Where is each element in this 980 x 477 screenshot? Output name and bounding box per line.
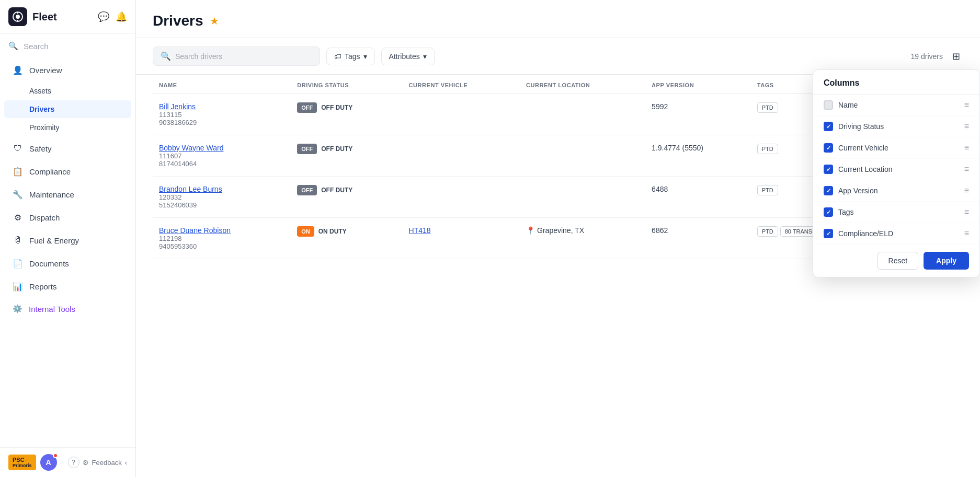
- drivers-label: Drivers: [29, 105, 54, 113]
- sidebar-item-drivers[interactable]: Drivers: [4, 100, 131, 118]
- column-item-tags: Tags ≡: [813, 202, 979, 223]
- column-checkbox-app-version[interactable]: [824, 186, 833, 195]
- internal-tools-label: Internal Tools: [29, 305, 75, 313]
- columns-toggle-button[interactable]: ⊞: [949, 48, 963, 65]
- tags-chevron-icon: ▾: [363, 52, 367, 61]
- driver-phone: 9038186629: [159, 119, 284, 126]
- column-item-current-vehicle: Current Vehicle ≡: [813, 137, 979, 159]
- column-checkbox-current-vehicle[interactable]: [824, 143, 833, 153]
- svg-point-1: [16, 15, 20, 19]
- tag-badge[interactable]: PTD: [757, 144, 778, 154]
- drag-handle-app-version[interactable]: ≡: [964, 186, 969, 195]
- tag-badge[interactable]: PTD: [757, 102, 778, 113]
- reset-button[interactable]: Reset: [878, 252, 919, 270]
- tags-label: Tags: [345, 52, 360, 61]
- columns-popup: Columns Name ≡ Driving Status ≡ Current: [813, 69, 980, 277]
- feedback-label[interactable]: Feedback: [92, 459, 122, 467]
- cell-driving-status: OFF OFF DUTY: [291, 177, 402, 218]
- reports-icon: 📊: [13, 281, 23, 292]
- drag-handle-tags[interactable]: ≡: [964, 207, 969, 217]
- apply-button[interactable]: Apply: [924, 252, 969, 270]
- sidebar-item-maintenance[interactable]: 🔧 Maintenance: [4, 183, 131, 205]
- driver-name-link[interactable]: Brandon Lee Burns: [159, 185, 284, 193]
- compliance-label: Compliance: [29, 167, 71, 176]
- sidebar-item-proximity[interactable]: Proximity: [4, 119, 131, 136]
- brand-name: Fleet: [32, 11, 57, 23]
- vehicle-link[interactable]: HT418: [409, 226, 431, 235]
- help-icon[interactable]: ?: [68, 457, 79, 468]
- drag-handle-compliance[interactable]: ≡: [964, 229, 969, 238]
- cell-driving-status: OFF OFF DUTY: [291, 135, 402, 177]
- internal-tools-icon: ⚙️: [13, 304, 22, 313]
- tag-badge[interactable]: PTD: [757, 185, 778, 195]
- search-wrapper[interactable]: 🔍: [153, 46, 320, 66]
- column-item-compliance: Compliance/ELD ≡: [813, 223, 979, 245]
- brand-logo: [8, 7, 27, 26]
- cell-app-version: 1.9.4774 (5550): [645, 135, 751, 177]
- status-label: ON DUTY: [318, 228, 347, 235]
- fuel-label: Fuel & Energy: [29, 236, 79, 245]
- cell-driving-status: ON ON DUTY: [291, 218, 402, 259]
- driver-id: 112198: [159, 235, 284, 242]
- col-header-current-vehicle: CURRENT VEHICLE: [403, 75, 520, 94]
- user-avatar[interactable]: A: [40, 454, 57, 471]
- brand: Fleet: [8, 7, 57, 26]
- tag-badge[interactable]: PTD: [757, 226, 778, 237]
- cell-name: Bruce Duane Robison 112198 9405953360: [153, 218, 291, 259]
- column-checkbox-current-location[interactable]: [824, 165, 833, 174]
- cell-driving-status: OFF OFF DUTY: [291, 94, 402, 135]
- column-checkbox-driving-status[interactable]: [824, 122, 833, 131]
- driver-name-link[interactable]: Bruce Duane Robison: [159, 226, 284, 235]
- favorite-star-icon[interactable]: ★: [210, 15, 219, 27]
- column-checkbox-compliance[interactable]: [824, 229, 833, 238]
- sidebar-item-reports[interactable]: 📊 Reports: [4, 275, 131, 297]
- dispatch-icon: ⚙: [13, 212, 23, 223]
- attributes-filter-button[interactable]: Attributes ▾: [381, 48, 435, 65]
- cell-current-vehicle: [403, 135, 520, 177]
- chat-icon[interactable]: 💬: [98, 11, 109, 22]
- settings-icon[interactable]: ⚙: [83, 459, 89, 467]
- cell-app-version: 6862: [645, 218, 751, 259]
- cell-current-vehicle: HT418: [403, 218, 520, 259]
- sidebar-item-overview[interactable]: 👤 Overview: [4, 59, 131, 81]
- collapse-icon[interactable]: ‹: [125, 459, 127, 467]
- proximity-label: Proximity: [29, 123, 60, 132]
- search-icon: 🔍: [161, 51, 171, 61]
- col-header-app-version: APP VERSION: [645, 75, 751, 94]
- tags-filter-button[interactable]: 🏷 Tags ▾: [326, 48, 375, 65]
- column-item-current-location: Current Location ≡: [813, 159, 979, 180]
- driver-name-link[interactable]: Bobby Wayne Ward: [159, 144, 284, 152]
- status-label: OFF DUTY: [321, 145, 352, 153]
- sidebar-item-internal-tools[interactable]: ⚙️ Internal Tools: [4, 298, 131, 319]
- cell-name: Bill Jenkins 113115 9038186629: [153, 94, 291, 135]
- sidebar-item-safety[interactable]: 🛡 Safety: [4, 137, 131, 159]
- compliance-icon: 📋: [13, 166, 23, 177]
- driver-id: 111607: [159, 152, 284, 160]
- sidebar-item-dispatch[interactable]: ⚙ Dispatch: [4, 206, 131, 228]
- driver-id: 120332: [159, 193, 284, 201]
- cell-current-location: [520, 135, 645, 177]
- columns-popup-title: Columns: [813, 70, 979, 95]
- sidebar-header-icons: 💬 🔔: [98, 11, 127, 22]
- safety-icon: 🛡: [13, 143, 23, 154]
- sidebar-item-fuel[interactable]: 🛢 Fuel & Energy: [4, 229, 131, 251]
- column-checkbox-tags[interactable]: [824, 207, 833, 217]
- bell-icon[interactable]: 🔔: [116, 11, 127, 22]
- drag-handle-current-vehicle[interactable]: ≡: [964, 143, 969, 153]
- sidebar-item-documents[interactable]: 📄 Documents: [4, 252, 131, 274]
- column-label-app-version: App Version: [838, 187, 878, 195]
- sidebar-search[interactable]: 🔍 Search: [0, 34, 135, 58]
- drag-handle-driving-status[interactable]: ≡: [964, 122, 969, 131]
- page-header: Drivers ★: [136, 0, 980, 38]
- column-checkbox-name[interactable]: [824, 100, 833, 110]
- documents-label: Documents: [29, 259, 69, 268]
- sidebar-item-assets[interactable]: Assets: [4, 82, 131, 100]
- driver-phone: 5152406039: [159, 201, 284, 209]
- sidebar-item-compliance[interactable]: 📋 Compliance: [4, 160, 131, 182]
- documents-icon: 📄: [13, 258, 23, 269]
- drag-handle-name[interactable]: ≡: [964, 100, 969, 110]
- drag-handle-current-location[interactable]: ≡: [964, 165, 969, 174]
- driver-name-link[interactable]: Bill Jenkins: [159, 102, 284, 111]
- search-input[interactable]: [175, 52, 312, 61]
- cell-app-version: 6488: [645, 177, 751, 218]
